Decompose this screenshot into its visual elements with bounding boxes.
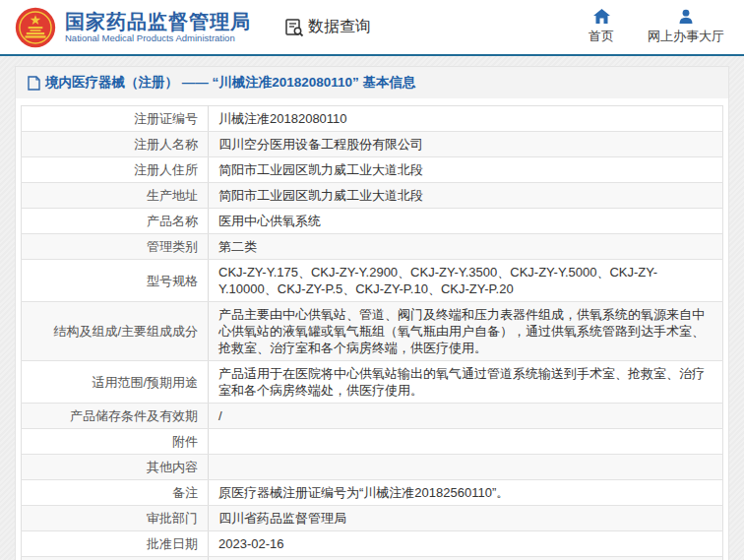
- row-value: [218, 460, 222, 474]
- agency-name-cn: 国家药品监督管理局: [65, 11, 251, 32]
- data-query-tab[interactable]: 数据查询: [284, 17, 371, 37]
- row-value: 产品适用于在医院将中心供氧站输出的氧气通过管道系统输送到手术室、抢救室、治疗室和…: [218, 366, 705, 398]
- row-value: 2023-02-16: [218, 536, 284, 551]
- row-label: 批准日期: [147, 536, 198, 551]
- nav-home[interactable]: 首页: [589, 9, 614, 45]
- data-query-icon: [284, 18, 304, 37]
- row-value: /: [218, 408, 222, 423]
- breadcrumb-text: 境内医疗器械（注册） —— “川械注准20182080110” 基本信息: [45, 74, 416, 92]
- row-label: 产品储存条件及有效期: [70, 408, 198, 423]
- agency-name-en: National Medical Products Administration: [65, 32, 251, 44]
- table-row: 产品储存条件及有效期 /: [22, 404, 723, 429]
- row-label: 注册人名称: [134, 137, 198, 152]
- national-emblem-logo: [14, 6, 57, 49]
- table-row: 适用范围/预期用途 产品适用于在医院将中心供氧站输出的氧气通过管道系统输送到手术…: [22, 361, 723, 404]
- table-row: 型号规格 CKJ-ZY-Y.175、CKJ-ZY-Y.2900、CKJ-ZY-Y…: [22, 260, 723, 302]
- table-row: 生效日期: [22, 557, 723, 560]
- person-icon: [678, 9, 694, 25]
- row-value: 四川空分医用设备工程股份有限公司: [218, 137, 423, 152]
- row-value: 川械注准20182080110: [218, 111, 347, 126]
- row-value: 原医疗器械注册证编号为“川械注准20182560110”。: [218, 485, 509, 500]
- table-row: 注册证编号 川械注准20182080110: [22, 106, 723, 132]
- row-value: 医用中心供氧系统: [218, 214, 321, 228]
- row-label: 结构及组成/主要组成成分: [53, 324, 198, 339]
- content-panel: 境内医疗器械（注册） —— “川械注准20182080110” 基本信息 注册证…: [15, 66, 729, 560]
- detail-table-body: 注册证编号 川械注准20182080110 注册人名称 四川空分医用设备工程股份…: [22, 106, 723, 560]
- row-label: 备注: [172, 485, 198, 500]
- row-label: 管理类别: [147, 239, 198, 254]
- row-label: 审批部门: [147, 511, 198, 526]
- table-row: 备注 原医疗器械注册证编号为“川械注准20182560110”。: [22, 480, 723, 506]
- row-label: 附件: [172, 434, 198, 449]
- row-value: CKJ-ZY-Y.175、CKJ-ZY-Y.2900、CKJ-ZY-Y.3500…: [218, 265, 657, 296]
- table-row: 管理类别 第二类: [22, 234, 723, 260]
- row-label: 注册证编号: [134, 111, 198, 126]
- row-value: [218, 434, 222, 449]
- breadcrumb: 境内医疗器械（注册） —— “川械注准20182080110” 基本信息: [16, 67, 728, 98]
- registration-detail-table: 注册证编号 川械注准20182080110 注册人名称 四川空分医用设备工程股份…: [21, 105, 723, 560]
- nav-home-label: 首页: [589, 28, 614, 45]
- row-value: 简阳市工业园区凯力威工业大道北段: [218, 188, 423, 203]
- row-value: 第二类: [218, 239, 257, 254]
- home-icon: [593, 9, 610, 25]
- table-row: 生产地址 简阳市工业园区凯力威工业大道北段: [22, 183, 723, 209]
- table-row: 结构及组成/主要组成成分 产品主要由中心供氧站、管道、阀门及终端和压力表器件组成…: [22, 302, 723, 361]
- table-row: 注册人住所 简阳市工业园区凯力威工业大道北段: [22, 157, 723, 183]
- document-icon: [28, 76, 40, 91]
- row-value: 简阳市工业园区凯力威工业大道北段: [218, 162, 423, 177]
- row-label: 适用范围/预期用途: [92, 375, 198, 390]
- header-nav: 首页 网上办事大厅: [589, 9, 730, 45]
- row-label: 产品名称: [147, 214, 198, 228]
- row-label: 注册人住所: [134, 162, 198, 177]
- table-row: 注册人名称 四川空分医用设备工程股份有限公司: [22, 132, 723, 157]
- row-value: 产品主要由中心供氧站、管道、阀门及终端和压力表器件组成，供氧系统的氧源来自中心供…: [218, 307, 705, 355]
- row-label: 型号规格: [147, 274, 198, 288]
- row-value: 四川省药品监督管理局: [218, 511, 346, 526]
- nav-service-hall-label: 网上办事大厅: [648, 28, 724, 45]
- row-label: 其他内容: [147, 460, 198, 474]
- row-label: 生产地址: [147, 188, 198, 203]
- table-row: 审批部门 四川省药品监督管理局: [22, 506, 723, 531]
- agency-title-block: 国家药品监督管理局 National Medical Products Admi…: [65, 11, 251, 44]
- data-query-label: 数据查询: [308, 17, 371, 37]
- table-row: 产品名称 医用中心供氧系统: [22, 209, 723, 234]
- table-row: 批准日期 2023-02-16: [22, 531, 723, 557]
- nav-service-hall[interactable]: 网上办事大厅: [648, 9, 724, 45]
- table-row: 附件: [22, 429, 723, 455]
- top-header: 国家药品监督管理局 National Medical Products Admi…: [0, 0, 744, 56]
- table-row: 其他内容: [22, 455, 723, 480]
